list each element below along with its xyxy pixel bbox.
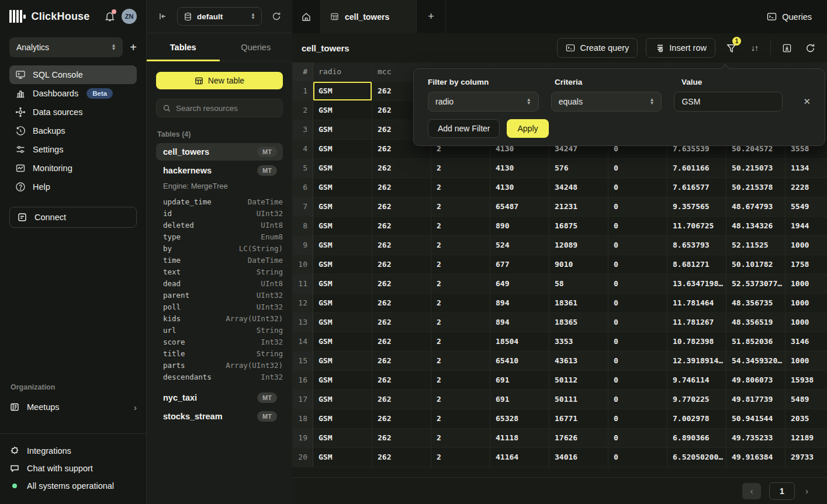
data-cell[interactable]: 0 xyxy=(608,274,667,294)
data-cell[interactable]: 50111 xyxy=(549,390,608,409)
data-cell[interactable]: 7.601166 xyxy=(667,159,726,178)
data-cell[interactable]: 3353 xyxy=(549,332,608,352)
row-number[interactable]: 20 xyxy=(292,448,313,467)
data-cell[interactable]: 48.356519 xyxy=(726,313,786,332)
data-cell[interactable]: 2 xyxy=(431,197,490,217)
integrations-link[interactable]: Integrations xyxy=(9,442,137,460)
row-number[interactable]: 16 xyxy=(292,371,313,390)
sort-button[interactable]: ↓↑ xyxy=(747,40,762,55)
data-cell[interactable]: 890 xyxy=(490,217,549,236)
data-cell[interactable]: 2 xyxy=(431,390,490,409)
table-item-stocks-stream[interactable]: stocks_stream MT xyxy=(156,408,283,425)
data-cell[interactable]: 262 xyxy=(372,274,431,294)
data-cell[interactable]: 50112 xyxy=(549,371,608,390)
data-cell[interactable]: 262 xyxy=(372,178,431,197)
data-cell[interactable]: 17626 xyxy=(549,429,608,448)
database-select[interactable]: default ▲▼ xyxy=(177,7,262,26)
data-cell[interactable]: 4130 xyxy=(490,159,549,178)
data-cell[interactable]: 2 xyxy=(431,352,490,371)
collapse-panel-icon[interactable] xyxy=(155,9,170,24)
home-button[interactable] xyxy=(292,0,321,33)
data-cell[interactable]: 1000 xyxy=(786,236,827,255)
data-cell[interactable]: 677 xyxy=(490,255,549,274)
system-status[interactable]: All systems operational xyxy=(9,477,137,495)
data-cell[interactable]: GSM xyxy=(313,120,372,140)
data-cell[interactable]: 894 xyxy=(490,313,549,332)
data-cell[interactable]: 49.735233 xyxy=(726,429,786,448)
data-cell[interactable]: 48.356735 xyxy=(726,294,786,313)
row-number[interactable]: 5 xyxy=(292,159,313,178)
row-number[interactable]: 8 xyxy=(292,217,313,236)
tab-queries[interactable]: Queries xyxy=(220,33,293,61)
data-cell[interactable]: 576 xyxy=(549,159,608,178)
row-number[interactable]: 17 xyxy=(292,390,313,409)
data-cell[interactable]: 1134 xyxy=(786,159,827,178)
data-cell[interactable]: 2035 xyxy=(786,409,827,429)
chat-support-link[interactable]: Chat with support xyxy=(9,460,137,477)
data-cell[interactable]: 8.653793 xyxy=(667,236,726,255)
data-cell[interactable]: 2 xyxy=(431,159,490,178)
add-workspace-button[interactable]: + xyxy=(130,41,137,53)
data-cell[interactable]: 10.782398 xyxy=(667,332,726,352)
sidebar-item-data-sources[interactable]: Data sources xyxy=(9,103,137,121)
data-cell[interactable]: 7.616577 xyxy=(667,178,726,197)
data-cell[interactable]: 262 xyxy=(372,429,431,448)
data-cell[interactable]: 18504 xyxy=(490,332,549,352)
data-cell[interactable]: 65410 xyxy=(490,352,549,371)
data-cell[interactable]: 2 xyxy=(431,274,490,294)
data-cell[interactable]: 5489 xyxy=(786,390,827,409)
sidebar-item-help[interactable]: Help xyxy=(9,178,137,196)
data-cell[interactable]: 15938 xyxy=(786,371,827,390)
insert-row-button[interactable]: Insert row xyxy=(646,38,715,58)
row-number[interactable]: 1 xyxy=(292,82,313,101)
data-cell[interactable]: GSM xyxy=(313,371,372,390)
data-cell[interactable]: 52.5373077… xyxy=(726,274,786,294)
data-cell[interactable]: 1000 xyxy=(786,313,827,332)
data-cell[interactable]: 0 xyxy=(608,409,667,429)
data-cell[interactable]: 0 xyxy=(608,429,667,448)
data-cell[interactable]: 51.852036 xyxy=(726,332,786,352)
table-item-cell-towers[interactable]: cell_towers MT xyxy=(156,143,283,161)
data-cell[interactable]: 262 xyxy=(372,217,431,236)
row-number[interactable]: 12 xyxy=(292,294,313,313)
data-cell[interactable]: 649 xyxy=(490,274,549,294)
table-item-nyc-taxi[interactable]: nyc_taxi MT xyxy=(156,389,283,406)
data-cell[interactable]: 16771 xyxy=(549,409,608,429)
refresh-panel-icon[interactable] xyxy=(269,9,284,24)
data-cell[interactable]: GSM xyxy=(313,448,372,467)
data-cell[interactable]: 2 xyxy=(431,429,490,448)
data-cell[interactable]: 0 xyxy=(608,352,667,371)
row-number[interactable]: 2 xyxy=(292,101,313,120)
data-cell[interactable]: 5549 xyxy=(786,197,827,217)
data-cell[interactable]: 50.101782 xyxy=(726,255,786,274)
data-cell[interactable]: 9010 xyxy=(549,255,608,274)
data-cell[interactable]: 1758 xyxy=(786,255,827,274)
data-cell[interactable]: 2 xyxy=(431,178,490,197)
data-cell[interactable]: 48.134326 xyxy=(726,217,786,236)
new-table-button[interactable]: New table xyxy=(156,72,283,89)
workspace-select[interactable]: Analytics ▲▼ xyxy=(9,37,123,57)
data-cell[interactable]: 34248 xyxy=(549,178,608,197)
sidebar-item-sql-console[interactable]: SQL Console xyxy=(9,65,137,84)
data-cell[interactable]: 691 xyxy=(490,390,549,409)
data-cell[interactable]: GSM xyxy=(313,390,372,409)
data-cell[interactable]: 18365 xyxy=(549,313,608,332)
row-number[interactable]: 18 xyxy=(292,409,313,429)
data-cell[interactable]: 48.674793 xyxy=(726,197,786,217)
row-number[interactable]: 10 xyxy=(292,255,313,274)
data-cell[interactable]: GSM xyxy=(313,236,372,255)
data-cell[interactable]: 0 xyxy=(608,159,667,178)
search-input[interactable] xyxy=(176,104,276,113)
current-page[interactable]: 1 xyxy=(769,482,795,500)
data-cell[interactable]: GSM xyxy=(313,409,372,429)
data-cell[interactable]: 18361 xyxy=(549,294,608,313)
row-number[interactable]: 6 xyxy=(292,178,313,197)
data-cell[interactable]: GSM xyxy=(313,352,372,371)
data-cell[interactable]: 2 xyxy=(431,371,490,390)
data-cell[interactable]: 12.3918914… xyxy=(667,352,726,371)
data-cell[interactable]: GSM xyxy=(313,82,372,101)
data-cell[interactable]: 29733 xyxy=(786,448,827,467)
data-cell[interactable]: 2 xyxy=(431,448,490,467)
download-button[interactable] xyxy=(779,40,794,55)
data-cell[interactable]: 7.002978 xyxy=(667,409,726,429)
